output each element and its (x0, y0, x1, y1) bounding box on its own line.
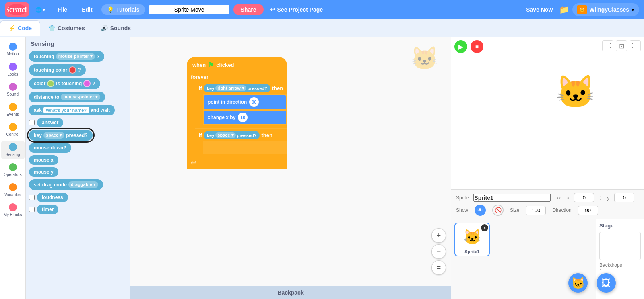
green-flag-button[interactable]: ▶ (454, 40, 467, 53)
right-arrow-dropdown[interactable]: right arrow ▾ (215, 85, 246, 91)
edit-menu-button[interactable]: Edit (76, 4, 98, 15)
expand-stage-button[interactable]: ⛶ (602, 40, 613, 51)
scratch-logo[interactable]: Scratch (5, 2, 29, 17)
if-block-1[interactable]: if key right arrow ▾ pressed? then (195, 82, 287, 128)
answer-checkbox[interactable] (29, 120, 35, 125)
sprite-list-area: ✕ 🐱 Sprite1 Stage Backdrops 1 (451, 219, 644, 299)
direction-value[interactable]: 90 (578, 206, 598, 215)
timer-checkbox[interactable] (29, 207, 35, 212)
category-my-blocks[interactable]: My Blocks (1, 201, 25, 219)
add-sprite-button[interactable]: 🐱 (568, 273, 588, 293)
category-operators[interactable]: Operators (1, 161, 25, 179)
share-button[interactable]: Share (233, 4, 264, 15)
set-drag-block[interactable]: set drag mode draggable ▾ (29, 179, 103, 190)
category-control[interactable]: Control (1, 121, 25, 139)
key-space-pill[interactable]: key space ▾ pressed? (204, 131, 260, 139)
show-visible-button[interactable]: 👁 (475, 205, 486, 216)
mouse-y-row: mouse y (29, 167, 127, 177)
fullscreen-button[interactable]: ⛶ (630, 40, 641, 51)
color-dot-purple[interactable] (83, 80, 91, 87)
pressed-2-label: pressed? (237, 133, 257, 138)
point-direction-label: point in direction (208, 99, 247, 105)
touching-color-dot[interactable] (69, 66, 76, 74)
category-events[interactable]: Events (1, 100, 25, 119)
category-motion[interactable]: Motion (1, 40, 25, 59)
touching-dropdown[interactable]: mouse-pointer ▾ (56, 53, 95, 60)
timer-block[interactable]: timer (37, 205, 58, 214)
change-x-block[interactable]: change x by 10 (204, 111, 286, 124)
space-dropdown[interactable]: space ▾ (215, 132, 235, 138)
key-space-dropdown-selected[interactable]: space ▾ (43, 132, 64, 139)
see-project-icon: ↩ (270, 6, 275, 13)
touching-color-block[interactable]: touching color ? (29, 64, 86, 76)
sprite-name-input[interactable] (473, 194, 551, 202)
category-sensing[interactable]: Sensing (1, 141, 25, 159)
user-menu-button[interactable]: 🐱 WiingyClasses ▾ (572, 3, 639, 16)
globe-button[interactable]: 🌐 ▾ (32, 5, 49, 14)
change-x-value[interactable]: 10 (238, 113, 248, 122)
mouse-y-block[interactable]: mouse y (29, 167, 58, 177)
code-tab-label: Code (18, 25, 32, 31)
script-canvas[interactable]: 🐱 when ⚑ clicked forever (130, 37, 451, 299)
color-touching-block[interactable]: color is touching ? (29, 78, 100, 89)
mouse-down-block[interactable]: mouse down? (29, 143, 71, 153)
stage-thumb[interactable] (599, 232, 641, 260)
save-now-button[interactable]: Save Now (523, 5, 556, 14)
file-menu-button[interactable]: File (52, 4, 73, 15)
loudness-checkbox[interactable] (29, 195, 35, 200)
distance-row: distance to mouse-pointer ▾ (29, 92, 127, 102)
distance-dropdown[interactable]: mouse-pointer ▾ (61, 94, 100, 100)
my-blocks-label: My Blocks (4, 213, 22, 217)
key-right-arrow-pill[interactable]: key right arrow ▾ pressed? (204, 84, 270, 92)
direction-value[interactable]: 90 (249, 97, 259, 107)
tab-costumes[interactable]: 👕 Costumes (40, 21, 93, 35)
category-looks[interactable]: Looks (1, 60, 25, 79)
tutorials-button[interactable]: 💡 Tutorials (101, 4, 145, 15)
touching-color-row: touching color ? (29, 64, 127, 76)
category-sound[interactable]: Sound (1, 80, 25, 99)
key-pressed-selected-row: key space ▾ pressed? (29, 130, 127, 141)
mouse-x-block[interactable]: mouse x (29, 155, 58, 165)
size-value[interactable]: 100 (526, 206, 546, 215)
point-direction-block[interactable]: point in direction 90 (204, 95, 286, 109)
sound-label: Sound (7, 92, 19, 96)
normal-stage-button[interactable]: ⊡ (616, 40, 627, 51)
x-value[interactable]: 0 (574, 193, 594, 202)
zoom-in-button[interactable]: + (431, 228, 446, 243)
drag-dropdown[interactable]: draggable ▾ (68, 181, 98, 188)
ask-block[interactable]: ask What's your name? and wait (29, 105, 115, 115)
zoom-controls: + − = (431, 228, 446, 275)
stop-button[interactable]: ■ (471, 40, 483, 53)
tab-sounds[interactable]: 🔊 Sounds (93, 21, 139, 35)
y-value[interactable]: 0 (614, 193, 634, 202)
is-touching-label: is touching (56, 81, 82, 86)
answer-block[interactable]: answer (37, 118, 63, 127)
loudness-block[interactable]: loudness (37, 193, 68, 202)
set-drag-row: set drag mode draggable ▾ (29, 179, 127, 190)
key-pressed-block-selected[interactable]: key space ▾ pressed? (29, 130, 93, 141)
sprite-delete-button[interactable]: ✕ (481, 224, 488, 231)
project-title-input[interactable] (149, 4, 230, 15)
change-x-label: change x by (208, 115, 235, 120)
see-project-button[interactable]: ↩ See Project Page (267, 5, 326, 14)
distance-block[interactable]: distance to mouse-pointer ▾ (29, 92, 105, 102)
if-block-2[interactable]: if key space ▾ pressed? then (195, 129, 287, 157)
category-variables[interactable]: Variables (1, 181, 25, 199)
if-2-inner (203, 141, 287, 154)
zoom-fit-button[interactable]: = (431, 260, 446, 275)
touching-block[interactable]: touching mouse-pointer ▾ ? (29, 51, 104, 62)
folder-icon[interactable]: 📁 (559, 5, 569, 14)
hat-block[interactable]: when ⚑ clicked (187, 57, 287, 72)
forever-label: forever (187, 72, 287, 82)
add-backdrop-button[interactable]: 🖼 (597, 273, 616, 293)
sprite-thumb-sprite1[interactable]: ✕ 🐱 Sprite1 (454, 223, 490, 256)
color-dot-green[interactable] (47, 80, 54, 87)
backpack-bar[interactable]: Backpack (130, 286, 451, 299)
ask-value[interactable]: What's your name? (43, 107, 89, 113)
tab-code[interactable]: ⚡ Code (0, 20, 40, 36)
flag-icon: ⚑ (208, 61, 214, 69)
forever-block[interactable]: forever if key right arrow ▾ (187, 72, 287, 169)
tabs-bar: ⚡ Code 👕 Costumes 🔊 Sounds (0, 19, 644, 37)
zoom-out-button[interactable]: − (431, 244, 446, 259)
show-hidden-button[interactable]: 🚫 (492, 205, 504, 216)
